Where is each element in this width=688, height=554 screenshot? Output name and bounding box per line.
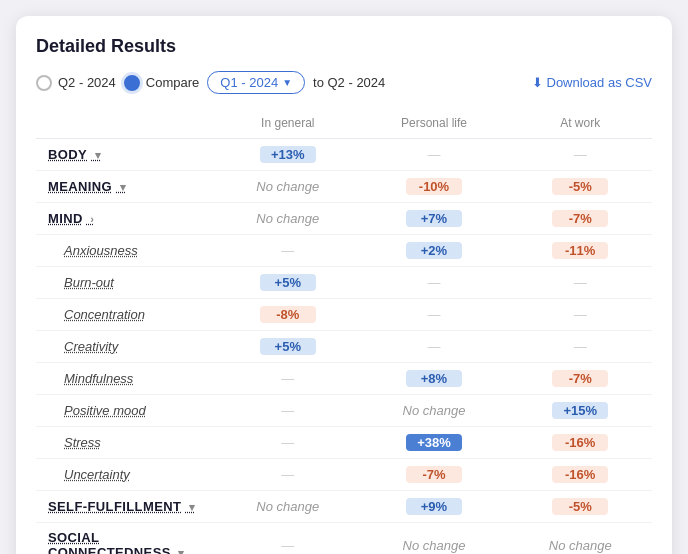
- table-header-row: In general Personal life At work: [36, 108, 652, 139]
- table-row: Creativity+5%——: [36, 331, 652, 363]
- expand-icon[interactable]: ▾: [116, 181, 126, 193]
- row-value-at-work: -7%: [508, 203, 652, 235]
- row-label: Stress: [36, 427, 216, 459]
- col-header-work: At work: [508, 108, 652, 139]
- positive-value: +15%: [552, 402, 608, 419]
- row-value-in-general: —: [216, 459, 360, 491]
- q2-label: Q2 - 2024: [58, 75, 116, 90]
- row-label[interactable]: SELF-FULFILLMENT ▾: [36, 491, 216, 523]
- dash-indicator: —: [427, 147, 440, 162]
- negative-value: -7%: [552, 210, 608, 227]
- row-value-at-work: +15%: [508, 395, 652, 427]
- dash-indicator: —: [281, 435, 294, 450]
- row-value-personal-life: —: [360, 267, 509, 299]
- table-row: Mindfulness—+8%-7%: [36, 363, 652, 395]
- row-value-at-work: -7%: [508, 363, 652, 395]
- row-label: Uncertainty: [36, 459, 216, 491]
- compare-radio-group[interactable]: Compare: [124, 75, 199, 91]
- negative-value: -7%: [406, 466, 462, 483]
- to-label: to Q2 - 2024: [313, 75, 385, 90]
- chevron-down-icon: ▼: [282, 77, 292, 88]
- dash-indicator: —: [574, 147, 587, 162]
- expand-icon[interactable]: ▾: [185, 501, 195, 513]
- positive-value: +2%: [406, 242, 462, 259]
- dash-indicator: —: [427, 307, 440, 322]
- row-label: Burn-out: [36, 267, 216, 299]
- row-label[interactable]: SOCIAL CONNECTEDNESS ▾: [36, 523, 216, 555]
- table-row: Concentration-8%——: [36, 299, 652, 331]
- row-value-personal-life: -10%: [360, 171, 509, 203]
- negative-value: -16%: [552, 466, 608, 483]
- download-csv-button[interactable]: ⬇ Download as CSV: [532, 75, 653, 90]
- table-row: MIND ›No change+7%-7%: [36, 203, 652, 235]
- row-value-in-general: -8%: [216, 299, 360, 331]
- row-value-personal-life: —: [360, 331, 509, 363]
- row-value-in-general: No change: [216, 203, 360, 235]
- negative-value: -16%: [552, 434, 608, 451]
- nochange-value: No change: [256, 211, 319, 226]
- dash-indicator: —: [281, 243, 294, 258]
- positive-value: +9%: [406, 498, 462, 515]
- row-label[interactable]: BODY ▾: [36, 139, 216, 171]
- row-value-in-general: —: [216, 395, 360, 427]
- expand-icon[interactable]: ▾: [91, 149, 101, 161]
- positive-value: +8%: [406, 370, 462, 387]
- download-label: Download as CSV: [547, 75, 653, 90]
- dash-indicator: —: [281, 403, 294, 418]
- row-value-in-general: +5%: [216, 331, 360, 363]
- nochange-value: No change: [256, 499, 319, 514]
- row-value-personal-life: +8%: [360, 363, 509, 395]
- results-table: In general Personal life At work BODY ▾+…: [36, 108, 652, 554]
- compare-radio[interactable]: [124, 75, 140, 91]
- row-value-personal-life: No change: [360, 395, 509, 427]
- dash-indicator: —: [427, 275, 440, 290]
- row-label: Positive mood: [36, 395, 216, 427]
- row-value-at-work: -16%: [508, 427, 652, 459]
- negative-value: -10%: [406, 178, 462, 195]
- row-value-in-general: +5%: [216, 267, 360, 299]
- row-value-personal-life: +2%: [360, 235, 509, 267]
- row-value-at-work: —: [508, 299, 652, 331]
- q2-radio-group[interactable]: Q2 - 2024: [36, 75, 116, 91]
- dash-indicator: —: [281, 371, 294, 386]
- table-row: SOCIAL CONNECTEDNESS ▾—No changeNo chang…: [36, 523, 652, 555]
- row-label[interactable]: MIND ›: [36, 203, 216, 235]
- table-row: MEANING ▾No change-10%-5%: [36, 171, 652, 203]
- row-value-at-work: -5%: [508, 171, 652, 203]
- download-icon: ⬇: [532, 75, 543, 90]
- col-header-name: [36, 108, 216, 139]
- table-row: Anxiousness—+2%-11%: [36, 235, 652, 267]
- row-value-in-general: No change: [216, 171, 360, 203]
- row-value-in-general: —: [216, 523, 360, 555]
- nochange-value: No change: [403, 403, 466, 418]
- expand-icon[interactable]: ›: [87, 213, 95, 225]
- row-value-at-work: —: [508, 267, 652, 299]
- row-value-at-work: —: [508, 331, 652, 363]
- row-label[interactable]: MEANING ▾: [36, 171, 216, 203]
- negative-value: -8%: [260, 306, 316, 323]
- table-row: Burn-out+5%——: [36, 267, 652, 299]
- expand-icon[interactable]: ▾: [175, 547, 185, 554]
- row-value-at-work: -5%: [508, 491, 652, 523]
- row-value-at-work: -16%: [508, 459, 652, 491]
- q2-radio[interactable]: [36, 75, 52, 91]
- row-value-personal-life: —: [360, 139, 509, 171]
- negative-value: -5%: [552, 178, 608, 195]
- positive-value: +5%: [260, 274, 316, 291]
- nochange-value: No change: [549, 538, 612, 553]
- row-value-personal-life: —: [360, 299, 509, 331]
- row-value-personal-life: No change: [360, 523, 509, 555]
- q1-dropdown[interactable]: Q1 - 2024 ▼: [207, 71, 305, 94]
- table-row: BODY ▾+13%——: [36, 139, 652, 171]
- positive-value: +13%: [260, 146, 316, 163]
- row-label: Concentration: [36, 299, 216, 331]
- dash-indicator: —: [427, 339, 440, 354]
- row-value-personal-life: +38%: [360, 427, 509, 459]
- table-row: Stress—+38%-16%: [36, 427, 652, 459]
- row-label: Creativity: [36, 331, 216, 363]
- positive-value: +7%: [406, 210, 462, 227]
- compare-label: Compare: [146, 75, 199, 90]
- table-row: Uncertainty—-7%-16%: [36, 459, 652, 491]
- page-title: Detailed Results: [36, 36, 652, 57]
- dash-indicator: —: [574, 307, 587, 322]
